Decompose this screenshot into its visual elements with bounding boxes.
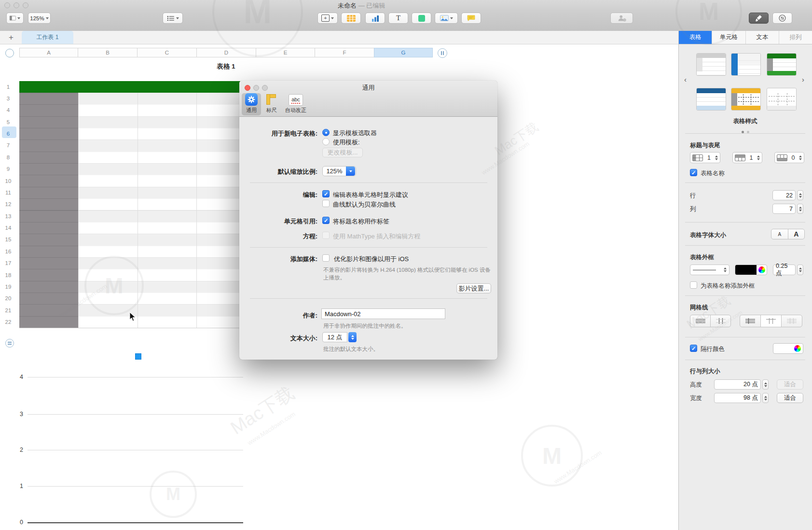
- column-header-B[interactable]: B: [78, 48, 138, 57]
- outline-line-style-dropdown[interactable]: [690, 265, 729, 275]
- column-width-stepper[interactable]: [762, 393, 769, 403]
- font-smaller-button[interactable]: A: [771, 229, 788, 239]
- carousel-dots[interactable]: [678, 126, 812, 135]
- width-fit-button[interactable]: 适合: [777, 393, 803, 403]
- row-header[interactable]: 10: [2, 178, 14, 184]
- header-rows-stepper[interactable]: 1: [732, 152, 762, 163]
- use-template-radio[interactable]: [322, 138, 330, 145]
- default-zoom-popup[interactable]: 125%: [322, 166, 356, 176]
- row-height-field[interactable]: 20 点: [714, 379, 761, 390]
- table-style-blue-column[interactable]: [731, 53, 761, 76]
- organize-button[interactable]: [772, 13, 792, 24]
- text-button[interactable]: T: [388, 13, 408, 24]
- gridlines-none-button[interactable]: [781, 315, 802, 327]
- media-button[interactable]: [435, 13, 458, 24]
- row-header[interactable]: 22: [2, 319, 14, 325]
- row-header[interactable]: 11: [2, 189, 14, 196]
- header-columns-stepper[interactable]: 1: [690, 152, 720, 163]
- change-template-button[interactable]: 更改模板...: [322, 148, 363, 157]
- columns-stepper[interactable]: [797, 204, 803, 214]
- row-header[interactable]: 21: [2, 307, 14, 314]
- optimize-ios-checkbox[interactable]: [322, 254, 330, 262]
- tab-cell[interactable]: 单元格: [712, 31, 745, 44]
- column-header-D[interactable]: D: [196, 48, 256, 57]
- row-header[interactable]: 7: [2, 142, 14, 149]
- collaborate-button[interactable]: [610, 13, 633, 24]
- outline-width-field[interactable]: 0.25 点: [773, 265, 796, 275]
- tab-table[interactable]: 表格: [679, 31, 712, 44]
- column-width-field[interactable]: 98 点: [714, 393, 761, 403]
- footer-rows-stepper[interactable]: 0: [774, 152, 804, 163]
- styles-next-arrow[interactable]: ›: [802, 76, 804, 83]
- row-header[interactable]: 15: [2, 236, 14, 243]
- table-style-plain[interactable]: [696, 53, 726, 76]
- insert-button[interactable]: +: [317, 13, 338, 24]
- add-row-handle[interactable]: [5, 339, 14, 348]
- add-sheet-button[interactable]: +: [3, 32, 19, 43]
- row-header[interactable]: 9: [2, 166, 14, 172]
- tab-text[interactable]: 文本: [746, 31, 779, 44]
- row-header[interactable]: 5: [2, 119, 14, 126]
- view-button[interactable]: [6, 13, 24, 24]
- zoom-control[interactable]: 125%: [28, 13, 51, 24]
- row-header[interactable]: 19: [2, 283, 14, 290]
- gridlines-header-columns-button[interactable]: [760, 315, 782, 327]
- minimize-window-button[interactable]: [14, 2, 19, 8]
- row-header[interactable]: 12: [2, 201, 14, 208]
- pref-tab-rulers[interactable]: 标尺: [262, 93, 281, 115]
- table-style-green[interactable]: [767, 53, 797, 76]
- column-header-G-selected[interactable]: G: [374, 48, 433, 57]
- add-category-button[interactable]: [163, 13, 183, 24]
- shape-button[interactable]: [412, 13, 431, 24]
- format-button[interactable]: [749, 13, 769, 24]
- row-header[interactable]: 13: [2, 213, 14, 220]
- rows-stepper[interactable]: [797, 190, 803, 200]
- height-fit-button[interactable]: 适合: [777, 379, 803, 390]
- row-header[interactable]: 16: [2, 248, 14, 255]
- table-button[interactable]: [341, 13, 361, 24]
- row-header[interactable]: 17: [2, 260, 14, 266]
- table-style-blue-header[interactable]: [696, 88, 726, 111]
- row-header[interactable]: 20: [2, 295, 14, 302]
- table-style-yellow[interactable]: [731, 88, 761, 111]
- mathtype-checkbox[interactable]: [322, 232, 330, 239]
- bezier-checkbox[interactable]: [322, 200, 330, 207]
- row-header-selected[interactable]: 6: [2, 130, 14, 137]
- row-header[interactable]: 1: [2, 84, 14, 90]
- movie-settings-button[interactable]: 影片设置...: [456, 283, 491, 293]
- styles-prev-arrow[interactable]: ‹: [684, 76, 687, 83]
- row-header[interactable]: 4: [2, 107, 14, 113]
- chart-button[interactable]: [365, 13, 385, 24]
- show-template-picker-radio[interactable]: [322, 129, 330, 136]
- add-column-handle[interactable]: [438, 48, 447, 58]
- columns-count-field[interactable]: 7: [772, 204, 796, 214]
- pref-tab-autocorrect[interactable]: abc 自动改正: [282, 93, 309, 115]
- comment-button[interactable]: [461, 13, 481, 24]
- column-header-C[interactable]: C: [137, 48, 197, 57]
- column-header-E[interactable]: E: [256, 48, 315, 57]
- zoom-window-button[interactable]: [23, 2, 28, 8]
- text-size-stepper[interactable]: [348, 332, 357, 342]
- rows-count-field[interactable]: 22: [772, 190, 796, 200]
- table-title[interactable]: 表格 1: [19, 62, 433, 71]
- gridlines-horizontal-button[interactable]: [690, 315, 711, 327]
- selection-handle[interactable]: [135, 353, 141, 360]
- font-bigger-button[interactable]: A: [788, 229, 805, 239]
- gridlines-header-rows-button[interactable]: [740, 315, 761, 327]
- outline-color-well[interactable]: [735, 265, 767, 275]
- pref-tab-general[interactable]: 通用: [242, 93, 261, 115]
- table-style-white-dashed[interactable]: [767, 88, 797, 111]
- author-input[interactable]: Macdown-02: [321, 308, 445, 319]
- tab-arrange[interactable]: 排列: [779, 31, 812, 44]
- alt-row-color-well[interactable]: [773, 343, 803, 354]
- outline-width-stepper[interactable]: [797, 265, 803, 275]
- column-header-A[interactable]: A: [19, 48, 78, 57]
- header-as-label-checkbox[interactable]: ✓: [322, 217, 330, 224]
- sheet-tab[interactable]: 工作表 1: [22, 31, 73, 44]
- table-name-checkbox[interactable]: ✓: [690, 169, 697, 176]
- row-header[interactable]: 14: [2, 224, 14, 231]
- row-header[interactable]: 3: [2, 95, 14, 102]
- show-suggestions-checkbox[interactable]: ✓: [322, 190, 330, 197]
- alternating-row-color-checkbox[interactable]: ✓: [690, 345, 697, 352]
- column-header-F[interactable]: F: [315, 48, 374, 57]
